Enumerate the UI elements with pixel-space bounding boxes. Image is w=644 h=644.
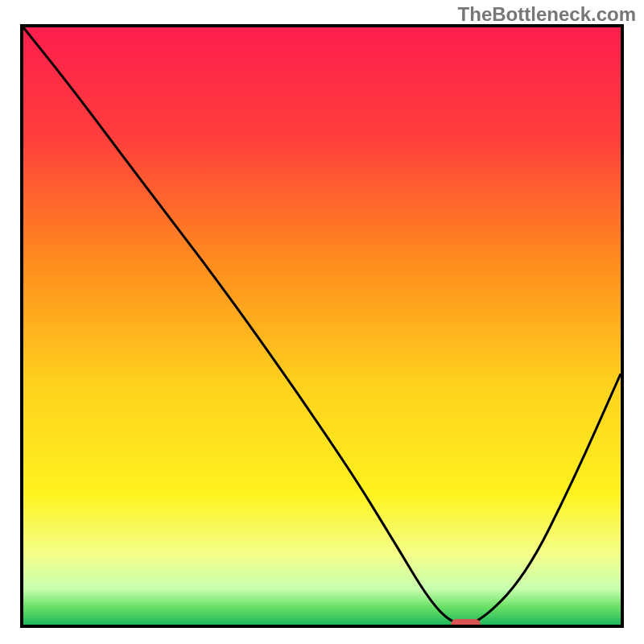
bottleneck-curve (23, 27, 621, 625)
optimum-marker (451, 619, 481, 628)
chart-container: TheBottleneck.com (0, 0, 644, 644)
watermark-text: TheBottleneck.com (458, 3, 636, 26)
curve-layer (23, 27, 621, 625)
plot-frame (20, 24, 624, 628)
